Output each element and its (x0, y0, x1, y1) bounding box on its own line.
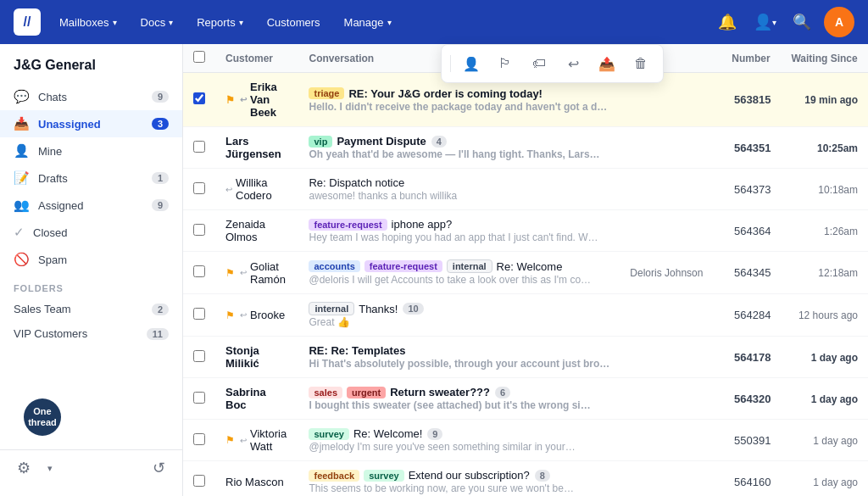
customer-name: Willika Codero (236, 176, 288, 202)
table-row[interactable]: ⚑↩Viktoria WattsurveyRe: Welcome!9@jmelo… (183, 420, 868, 461)
waiting-since: 1 day ago (813, 435, 858, 447)
refresh-icon[interactable]: ↺ (149, 455, 169, 481)
reply-button[interactable]: ↩ (559, 50, 587, 77)
row-checkbox[interactable] (193, 265, 205, 277)
sidebar-item-drafts[interactable]: 📝 Drafts 1 (0, 164, 182, 192)
customer-name: Sabrina Boc (225, 386, 288, 411)
customer-cell: ⚑↩Erika Van Beek (215, 73, 298, 127)
nav-mailboxes[interactable]: Mailboxes ▾ (51, 11, 125, 34)
table-row[interactable]: ⚑↩BrookeinternalThanks!10Great 👍56428412… (183, 294, 868, 337)
row-checkbox-cell (183, 210, 215, 252)
assignee-cell (620, 378, 721, 420)
row-checkbox[interactable] (193, 392, 205, 404)
assignee-cell (620, 337, 721, 378)
avatar[interactable]: A (824, 7, 854, 37)
row-checkbox[interactable] (193, 475, 205, 487)
conversation-preview: Hey team I was hoping you had an app tha… (309, 231, 609, 243)
sidebar-item-spam[interactable]: 🚫 Spam (0, 246, 182, 273)
conversation-subject: iphone app? (392, 218, 453, 231)
user-icon: 👤 (14, 143, 30, 159)
row-checkbox[interactable] (193, 182, 205, 194)
sidebar-item-unassigned[interactable]: 📥 Unassigned 3 (0, 110, 182, 137)
assignee-cell (620, 294, 721, 337)
conversation-number: 564345 (734, 266, 771, 279)
conversation-subject: RE: Re: Templates (309, 344, 405, 357)
row-checkbox-cell (183, 378, 215, 420)
table-row[interactable]: ⚑↩Goliat Ramónaccountsfeature-requestint… (183, 252, 868, 294)
draft-icon: 📝 (14, 170, 30, 186)
user-settings-button[interactable]: 👤▾ (749, 7, 780, 37)
conversation-subject: Return sweater??? (390, 386, 490, 398)
row-checkbox-cell (183, 73, 215, 127)
conversation-rows: ⚑↩Erika Van BeektriageRE: Your J&G order… (183, 73, 868, 497)
sidebar-label-unassigned: Unassigned (38, 118, 101, 131)
sidebar-label-assigned: Assigned (38, 199, 83, 212)
row-checkbox-cell (183, 127, 215, 169)
conversation-badge: survey (364, 470, 403, 482)
chat-icon: 💬 (14, 89, 30, 104)
assign-button[interactable]: 👤 (458, 50, 485, 77)
conversation-number: 563815 (734, 93, 771, 106)
assignee-name: Deloris Johnson (630, 267, 703, 279)
move-button[interactable]: 📤 (593, 50, 620, 77)
waiting-since: 19 min ago (804, 94, 858, 106)
message-count-badge: 9 (427, 428, 442, 440)
table-row[interactable]: Lars JürgensenvipPayment Dispute4Oh yeah… (183, 127, 868, 169)
reply-indicator-icon: ↩ (240, 95, 247, 104)
sidebar-label-vip-customers: VIP Customers (14, 327, 87, 340)
conversation-subject: Re: Welcome (497, 260, 563, 273)
sidebar-item-vip-customers[interactable]: VIP Customers 11 (0, 321, 182, 346)
conversation-number: 550391 (734, 434, 771, 447)
row-checkbox[interactable] (193, 141, 205, 153)
table-row[interactable]: Zenaida Olmosfeature-requestiphone app?H… (183, 210, 868, 252)
search-button[interactable]: 🔍 (787, 7, 817, 37)
row-checkbox[interactable] (193, 433, 205, 445)
row-checkbox[interactable] (193, 224, 205, 236)
table-row[interactable]: ↩Willika CoderoRe: Dispatch noticeawesom… (183, 169, 868, 210)
waiting-since: 1 day ago (813, 476, 858, 488)
conversations-table: Customer Conversation Number Waiting Sin… (183, 44, 868, 496)
notifications-button[interactable]: 🔔 (712, 7, 743, 37)
header-number: Number (721, 44, 781, 73)
sidebar-item-assigned[interactable]: 👥 Assigned 9 (0, 192, 182, 219)
customer-name: Stonja Milikić (225, 344, 288, 370)
label-button[interactable]: 🏷 (526, 50, 553, 77)
nav-docs[interactable]: Docs ▾ (132, 11, 182, 34)
row-checkbox[interactable] (193, 350, 205, 362)
sidebar-item-closed[interactable]: ✓ Closed (0, 219, 182, 246)
assigned-icon: 👥 (14, 198, 30, 213)
header-checkbox (183, 44, 215, 73)
closed-icon: ✓ (14, 225, 25, 240)
customer-name: Brooke (250, 309, 285, 321)
sidebar-label-sales-team: Sales Team (14, 303, 71, 315)
sidebar-item-mine[interactable]: 👤 Mine (0, 137, 182, 164)
nav-manage[interactable]: Manage ▾ (336, 11, 400, 34)
settings-icon[interactable]: ⚙ (14, 455, 34, 481)
select-all-checkbox[interactable] (193, 51, 205, 63)
table-row[interactable]: Sabrina BocsalesurgentReturn sweater???6… (183, 378, 868, 420)
sidebar-item-chats[interactable]: 💬 Chats 9 (0, 83, 182, 110)
app-logo: // (14, 8, 41, 36)
table-row[interactable]: Stonja MilikićRE: Re: TemplatesHi That's… (183, 337, 868, 378)
assignee-cell (620, 420, 721, 461)
sidebar-item-sales-team[interactable]: Sales Team 2 (0, 297, 182, 321)
waiting-cell: 10:18am (781, 169, 868, 210)
row-checkbox[interactable] (193, 92, 205, 104)
table-row[interactable]: Rio MasconfeedbacksurveyExtend our subsc… (183, 461, 868, 497)
delete-button[interactable]: 🗑 (627, 50, 654, 77)
assignee-cell: Deloris Johnson (620, 252, 721, 294)
flag-button[interactable]: 🏳 (492, 50, 519, 77)
nav-reports[interactable]: Reports ▾ (188, 11, 252, 34)
conversation-number: 564364 (734, 225, 771, 237)
conversation-cell: surveyRe: Welcome!9@jmelody I'm sure you… (298, 420, 620, 461)
waiting-cell: 10:25am (781, 127, 868, 169)
customer-cell: Lars Jürgensen (215, 127, 298, 169)
customer-cell: ⚑↩Viktoria Watt (215, 420, 298, 461)
nav-customers[interactable]: Customers (259, 11, 329, 34)
assignee-cell (620, 127, 721, 169)
conversation-badge: internal (447, 259, 492, 273)
row-checkbox[interactable] (193, 308, 205, 320)
assignee-cell (620, 210, 721, 252)
conversation-preview: I bought this sweater (see attached) but… (309, 399, 609, 411)
conversation-cell: vipPayment Dispute4Oh yeah that'd be awe… (298, 127, 620, 169)
